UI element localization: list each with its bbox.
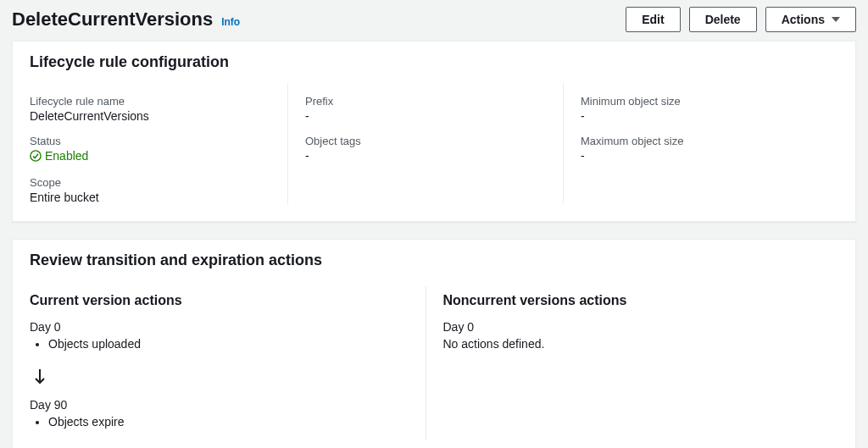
current-day0-item: Objects uploaded: [48, 337, 426, 351]
scope-label: Scope: [30, 176, 287, 189]
min-size-label: Minimum object size: [581, 95, 838, 108]
check-circle-icon: [30, 150, 42, 162]
review-actions-panel: Review transition and expiration actions…: [12, 239, 856, 448]
page-title: DeleteCurrentVersions: [12, 8, 213, 30]
rule-name-label: Lifecycle rule name: [30, 95, 287, 108]
edit-button[interactable]: Edit: [626, 7, 680, 32]
rule-name-value: DeleteCurrentVersions: [30, 109, 287, 123]
prefix-label: Prefix: [305, 95, 563, 108]
current-day90-item: Objects expire: [48, 415, 426, 429]
status-value: Enabled: [30, 149, 88, 163]
lifecycle-config-heading: Lifecycle rule configuration: [30, 53, 838, 71]
current-actions-heading: Current version actions: [30, 293, 426, 308]
scope-value: Entire bucket: [30, 191, 287, 204]
svg-point-1: [31, 151, 41, 161]
tags-label: Object tags: [305, 135, 563, 147]
max-size-value: -: [581, 149, 838, 163]
max-size-label: Maximum object size: [581, 135, 838, 147]
info-link[interactable]: Info: [221, 16, 240, 28]
tags-value: -: [305, 149, 563, 163]
actions-button-label: Actions: [782, 13, 825, 26]
prefix-value: -: [305, 109, 563, 123]
status-label: Status: [30, 135, 287, 147]
arrow-down-icon: [33, 368, 47, 386]
caret-down-icon: [832, 13, 840, 26]
status-text: Enabled: [45, 149, 88, 163]
noncurrent-actions-heading: Noncurrent versions actions: [443, 293, 839, 308]
lifecycle-config-panel: Lifecycle rule configuration Lifecycle r…: [12, 41, 856, 222]
min-size-value: -: [581, 109, 838, 123]
delete-button[interactable]: Delete: [689, 7, 757, 32]
noncurrent-day0-label: Day 0: [443, 320, 839, 334]
noncurrent-none-text: No actions defined.: [443, 337, 839, 351]
actions-button[interactable]: Actions: [765, 7, 856, 32]
current-day0-label: Day 0: [30, 320, 426, 334]
review-actions-heading: Review transition and expiration actions: [30, 252, 838, 269]
svg-marker-0: [832, 17, 840, 22]
current-day90-label: Day 90: [30, 398, 426, 412]
